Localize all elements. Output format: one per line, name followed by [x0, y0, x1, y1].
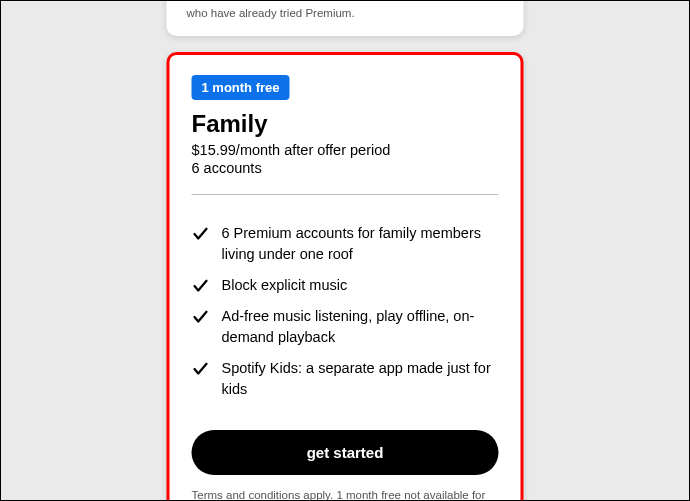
- feature-item: Spotify Kids: a separate app made just f…: [192, 358, 499, 400]
- check-icon: [192, 225, 210, 243]
- feature-item: Ad-free music listening, play offline, o…: [192, 306, 499, 348]
- plan-card-family: 1 month free Family $15.99/month after o…: [167, 52, 524, 501]
- get-started-button[interactable]: get started: [192, 430, 499, 475]
- check-icon: [192, 277, 210, 295]
- feature-text: Spotify Kids: a separate app made just f…: [222, 358, 499, 400]
- previous-plan-footer-text: who have already tried Premium.: [187, 5, 504, 22]
- promo-badge: 1 month free: [192, 75, 290, 100]
- terms-link[interactable]: Terms and conditions apply.: [192, 489, 334, 501]
- feature-text: Block explicit music: [222, 275, 348, 296]
- check-icon: [192, 308, 210, 326]
- fine-print: Terms and conditions apply. 1 month free…: [192, 487, 499, 501]
- feature-list: 6 Premium accounts for family members li…: [192, 223, 499, 400]
- plan-title: Family: [192, 110, 499, 138]
- plan-price: $15.99/month after offer period: [192, 142, 499, 158]
- previous-plan-card-partial: who have already tried Premium.: [167, 0, 524, 36]
- plan-accounts: 6 accounts: [192, 160, 499, 176]
- divider: [192, 194, 499, 195]
- feature-text: Ad-free music listening, play offline, o…: [222, 306, 499, 348]
- feature-text: 6 Premium accounts for family members li…: [222, 223, 499, 265]
- feature-item: Block explicit music: [192, 275, 499, 296]
- feature-item: 6 Premium accounts for family members li…: [192, 223, 499, 265]
- check-icon: [192, 360, 210, 378]
